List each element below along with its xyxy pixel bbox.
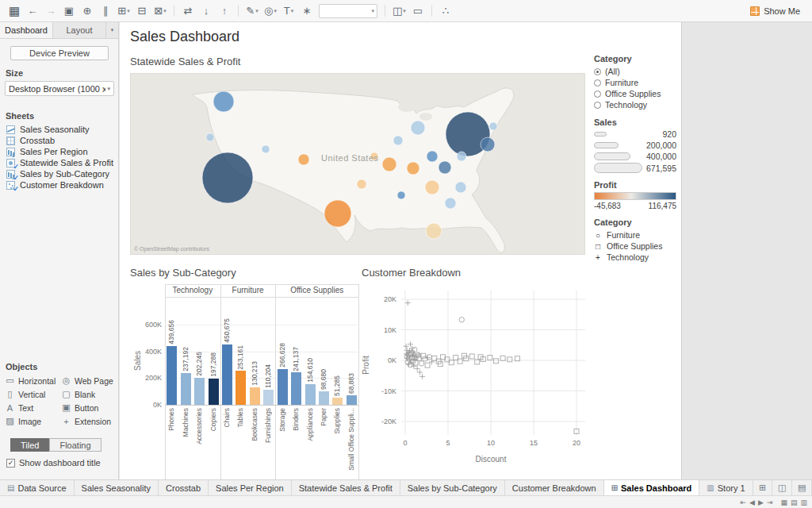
map-bubble-mark[interactable] (324, 200, 351, 227)
duplicate-button[interactable]: ⊟ (134, 3, 150, 19)
map-bubble-mark[interactable] (298, 154, 309, 165)
sheet-item[interactable]: Sales Seasonality (0, 124, 118, 135)
pane-menu-caret[interactable]: ▾ (106, 22, 118, 38)
pane-tab-layout[interactable]: Layout (53, 22, 106, 38)
pane-tab-dashboard[interactable]: Dashboard (0, 22, 53, 38)
previous-sheet-button[interactable]: ◀ (749, 498, 755, 506)
bar-mark[interactable] (181, 373, 191, 405)
save-button[interactable]: ▣ (61, 3, 77, 19)
sheet-tab[interactable]: Customer Breakdown (505, 480, 604, 495)
sheet-tab[interactable]: ▥Story 1 (699, 480, 753, 495)
new-story-tab-button[interactable]: ▤ (792, 480, 812, 495)
new-worksheet-tab-button[interactable]: ⊞ (753, 480, 773, 495)
bar-mark[interactable] (167, 346, 177, 405)
sheet-tab[interactable]: ⊞Sales Dashboard (604, 480, 700, 495)
sort-descending-button[interactable]: ↑ (216, 3, 232, 19)
format-button[interactable]: ∗ (299, 3, 315, 19)
category-filter-option[interactable]: Office Supplies (594, 88, 676, 99)
bar-mark[interactable] (209, 379, 219, 405)
sheet-tab[interactable]: ▤Data Source (0, 480, 75, 495)
undo-button[interactable]: ← (25, 3, 40, 19)
last-sheet-button[interactable]: ⇥ (767, 498, 773, 506)
category-filter-option[interactable]: Furniture (594, 77, 676, 88)
show-me-button[interactable]: Show Me (745, 5, 806, 17)
clear-sheet-button[interactable]: ⊠▾ (152, 3, 168, 19)
scatter-mark-circle[interactable] (419, 361, 423, 366)
sheet-tab[interactable]: Sales by Sub-Category (400, 480, 505, 495)
bar-mark[interactable] (291, 372, 301, 405)
sheet-tab[interactable]: Sales Per Region (209, 480, 292, 495)
add-data-button[interactable]: ⊕ (79, 3, 95, 19)
next-sheet-button[interactable]: ▶ (758, 498, 764, 506)
show-tabs-button[interactable]: ▦ (780, 498, 787, 506)
scatter-mark-square[interactable] (488, 356, 492, 360)
floating-button[interactable]: Floating (49, 438, 101, 452)
show-filmstrip-button[interactable]: ▤ (791, 498, 798, 506)
scatter-mark-square[interactable] (469, 354, 474, 359)
category-filter-option[interactable]: Technology (594, 99, 676, 110)
first-sheet-button[interactable]: ⇤ (741, 498, 747, 506)
map-bubble-mark[interactable] (213, 91, 234, 112)
object-extension[interactable]: +Extension (61, 415, 116, 427)
shape-legend-item[interactable]: ○Furniture (594, 229, 676, 241)
object-horizontal[interactable]: ▭Horizontal (5, 375, 59, 387)
bar-mark[interactable] (250, 387, 260, 405)
scatter-mark-square[interactable] (500, 356, 505, 360)
sheet-tab[interactable]: Statewide Sales & Profit (292, 480, 400, 495)
sheet-tab[interactable]: Sales Seasonality (75, 480, 159, 495)
scatter-mark-plus[interactable] (417, 370, 423, 375)
share-button[interactable]: ∴ (438, 3, 454, 19)
new-worksheet-button[interactable]: ⊞▾ (116, 3, 132, 19)
bar-mark[interactable] (305, 384, 316, 405)
object-blank[interactable]: ▢Blank (61, 388, 116, 400)
object-button[interactable]: ▣Button (61, 402, 116, 414)
map-bubble-mark[interactable] (426, 223, 442, 239)
bar-mark[interactable] (222, 344, 232, 405)
scatter-mark-circle[interactable] (459, 318, 464, 322)
map-bubble-mark[interactable] (457, 152, 466, 161)
size-dropdown[interactable]: Desktop Browser (1000 x 8... ▾ (5, 81, 114, 96)
object-web-page[interactable]: ◎Web Page (61, 375, 116, 387)
bar-chart-plot[interactable]: 0K200K400K600KSalesTechnology439,656Phon… (130, 284, 362, 479)
profit-gradient-bar[interactable] (594, 192, 676, 200)
map-bubble-mark[interactable] (397, 191, 405, 199)
map-bubble-mark[interactable] (445, 198, 456, 209)
map-view[interactable]: United States © OpenStreetMap contributo… (130, 73, 585, 255)
bar-mark[interactable] (236, 371, 246, 405)
shape-legend-item[interactable]: +Technology (594, 252, 676, 263)
bar-mark[interactable] (194, 378, 205, 405)
bar-mark[interactable] (263, 390, 274, 405)
bar-mark[interactable] (347, 395, 357, 405)
sheet-item[interactable]: Sales Per Region (0, 146, 118, 157)
map-bubble-mark[interactable] (425, 180, 439, 194)
shape-legend-item[interactable]: □Office Supplies (594, 241, 676, 252)
map-bubble-mark[interactable] (393, 136, 403, 145)
map-bubble-mark[interactable] (439, 161, 451, 174)
device-preview-button[interactable]: Device Preview (10, 46, 109, 60)
map-bubble-mark[interactable] (262, 145, 270, 153)
scatter-mark-plus[interactable] (405, 300, 411, 306)
bar-mark[interactable] (278, 369, 288, 405)
object-image[interactable]: ▨Image (5, 415, 59, 427)
bar-mark[interactable] (332, 398, 343, 405)
show-dashboard-title-checkbox[interactable] (6, 459, 15, 468)
scatter-plot[interactable]: 0510152020K10K0K-10K-20KProfitDiscount (362, 284, 593, 479)
sheet-item[interactable]: ✓Statewide Sales & Profit (0, 157, 118, 168)
map-bubble-mark[interactable] (489, 122, 497, 130)
show-mark-labels-button[interactable]: T▾ (281, 3, 297, 19)
scatter-mark-square[interactable] (425, 363, 430, 368)
scatter-mark-square[interactable] (508, 357, 512, 362)
sheet-tab[interactable]: Crosstab (159, 480, 209, 495)
map-bubble-mark[interactable] (202, 152, 253, 203)
scatter-mark-plus[interactable] (415, 366, 420, 371)
tiled-button[interactable]: Tiled (10, 438, 49, 452)
map-bubble-mark[interactable] (357, 179, 366, 189)
pause-updates-button[interactable]: ∥ (98, 3, 113, 19)
map-bubble-mark[interactable] (407, 162, 419, 175)
object-text[interactable]: AText (5, 402, 59, 414)
bar-mark[interactable] (319, 391, 329, 405)
sort-ascending-button[interactable]: ↓ (198, 3, 214, 19)
map-bubble-mark[interactable] (481, 137, 495, 152)
map-bubble-mark[interactable] (206, 133, 214, 141)
map-bubble-mark[interactable] (427, 151, 438, 162)
